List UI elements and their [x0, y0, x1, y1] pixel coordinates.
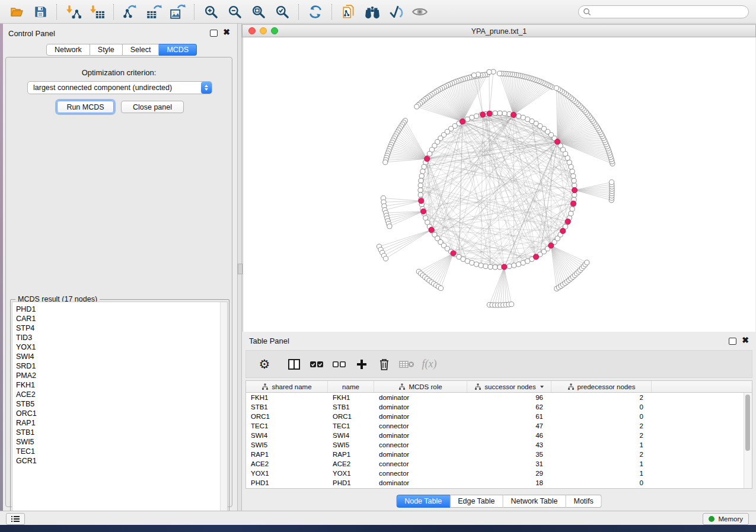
add-column-icon[interactable]	[354, 357, 369, 372]
table-cell[interactable]: 47	[467, 422, 551, 430]
table-row[interactable]: FKH1FKH1dominator962	[246, 393, 752, 402]
memory-button[interactable]: Memory	[703, 513, 749, 525]
table-cell[interactable]: dominator	[374, 394, 467, 401]
tab-motifs[interactable]: Motifs	[566, 495, 601, 508]
search-field[interactable]	[578, 5, 749, 18]
table-cell[interactable]: 61	[467, 413, 551, 420]
show-column-panel-icon[interactable]	[286, 357, 302, 372]
table-row[interactable]: RAP1RAP1dominator352	[246, 450, 752, 459]
table-cell[interactable]: 2	[551, 394, 652, 401]
vertical-splitter[interactable]	[237, 24, 242, 511]
mcds-result-item[interactable]: SWI4	[12, 352, 227, 361]
table-cell[interactable]: connector	[374, 470, 467, 477]
table-cell[interactable]: 0	[551, 403, 652, 411]
tab-style[interactable]: Style	[90, 44, 123, 56]
settings-gear-icon[interactable]: ⚙	[257, 357, 272, 372]
table-cell[interactable]: 35	[467, 451, 551, 458]
float-table-panel-icon[interactable]	[729, 338, 736, 345]
network-from-selection-icon[interactable]	[337, 2, 361, 21]
mcds-result-list[interactable]: PHD1 CAR1 STP4 TID3 YOX1 SWI4 SRD1 PMA2 …	[12, 302, 228, 519]
table-cell[interactable]: ORC1	[328, 413, 374, 420]
close-table-panel-icon[interactable]: ✖	[742, 335, 749, 345]
function-builder-icon[interactable]: f(x)	[422, 357, 437, 372]
mcds-result-item[interactable]: SRD1	[12, 361, 227, 371]
zoom-fit-icon[interactable]	[247, 2, 270, 21]
deselect-all-columns-icon[interactable]	[331, 357, 347, 372]
hide-details-icon[interactable]	[384, 2, 408, 21]
search-input[interactable]	[594, 7, 748, 17]
mcds-result-item[interactable]: SWI5	[12, 437, 227, 447]
mcds-result-item[interactable]: CAR1	[12, 314, 227, 323]
table-cell[interactable]: 1	[551, 441, 652, 448]
table-cell[interactable]: TEC1	[328, 422, 374, 430]
table-cell[interactable]: ACE2	[246, 460, 328, 467]
mcds-result-item[interactable]: PHD1	[12, 305, 227, 314]
mcds-result-item[interactable]: STB1	[12, 428, 227, 437]
table-cell[interactable]: 0	[551, 413, 652, 420]
tab-node-table[interactable]: Node Table	[396, 495, 450, 508]
zoom-in-icon[interactable]	[199, 2, 223, 21]
column-header-predecessor-nodes[interactable]: predecessor nodes	[551, 381, 652, 392]
table-cell[interactable]: 2	[551, 451, 652, 458]
table-cell[interactable]: connector	[374, 422, 467, 430]
column-header-name[interactable]: name	[328, 381, 374, 392]
mcds-result-item[interactable]: ACE2	[12, 390, 227, 399]
table-cell[interactable]: PHD1	[246, 479, 328, 486]
table-cell[interactable]: dominator	[374, 451, 467, 458]
select-all-columns-icon[interactable]	[309, 357, 324, 372]
table-cell[interactable]: TEC1	[246, 422, 328, 430]
table-cell[interactable]: connector	[374, 460, 467, 467]
export-image-icon[interactable]	[166, 2, 190, 21]
table-row[interactable]: SWI5SWI5connector431	[246, 440, 752, 450]
table-cell[interactable]: 31	[467, 460, 551, 467]
tab-edge-table[interactable]: Edge Table	[450, 495, 503, 508]
table-cell[interactable]: 96	[467, 394, 551, 401]
table-cell[interactable]: YOX1	[246, 470, 328, 477]
mcds-result-item[interactable]: PMA2	[12, 371, 227, 380]
mcds-result-item[interactable]: FKH1	[12, 380, 227, 390]
mcds-result-item[interactable]: GCR1	[12, 456, 227, 466]
table-scrollbar[interactable]	[744, 393, 752, 488]
float-panel-icon[interactable]	[210, 30, 218, 37]
network-canvas[interactable]	[243, 37, 755, 332]
table-cell[interactable]: ORC1	[246, 413, 328, 420]
table-cell[interactable]: 1	[551, 470, 652, 477]
mcds-result-item[interactable]: ORC1	[12, 409, 227, 418]
table-row[interactable]: PHD1PHD1dominator180	[246, 478, 752, 488]
table-cell[interactable]: dominator	[374, 413, 467, 420]
mcds-result-item[interactable]: STP4	[12, 323, 227, 333]
zoom-out-icon[interactable]	[223, 2, 247, 21]
table-cell[interactable]: RAP1	[328, 451, 374, 458]
delete-table-icon[interactable]	[399, 357, 414, 372]
table-cell[interactable]: STB1	[328, 403, 374, 411]
network-view[interactable]	[243, 37, 756, 332]
table-cell[interactable]: SWI4	[328, 432, 374, 439]
table-cell[interactable]: 46	[467, 432, 551, 439]
table-cell[interactable]: PHD1	[328, 479, 374, 486]
show-details-eye-icon[interactable]	[408, 2, 432, 21]
import-table-icon[interactable]	[85, 2, 109, 21]
import-network-icon[interactable]	[62, 2, 85, 21]
tab-network-table[interactable]: Network Table	[503, 495, 566, 508]
table-row[interactable]: ACE2ACE2connector311	[246, 459, 752, 469]
export-network-icon[interactable]	[119, 2, 142, 21]
table-cell[interactable]: YOX1	[328, 470, 374, 477]
network-window-titlebar[interactable]: YPA_prune.txt_1	[242, 24, 756, 37]
table-cell[interactable]: ACE2	[328, 460, 374, 467]
zoom-selected-icon[interactable]	[270, 2, 294, 21]
table-cell[interactable]: 43	[467, 441, 551, 448]
run-mcds-button[interactable]: Run MCDS	[57, 101, 114, 113]
table-cell[interactable]: SWI4	[246, 432, 328, 439]
mcds-result-item[interactable]: YOX1	[12, 342, 227, 352]
table-row[interactable]: STB1STB1dominator620	[246, 402, 752, 412]
column-header-mcds-role[interactable]: MCDS role	[374, 381, 467, 392]
table-cell[interactable]: RAP1	[246, 451, 328, 458]
table-cell[interactable]: 62	[467, 403, 551, 411]
tab-select[interactable]: Select	[123, 44, 160, 56]
table-cell[interactable]: 2	[551, 432, 652, 439]
table-cell[interactable]: 2	[551, 422, 652, 430]
mcds-result-item[interactable]: STB5	[12, 399, 227, 409]
table-row[interactable]: ORC1ORC1dominator610	[246, 412, 752, 421]
export-table-icon[interactable]	[142, 2, 166, 21]
apply-layout-icon[interactable]	[304, 2, 327, 21]
